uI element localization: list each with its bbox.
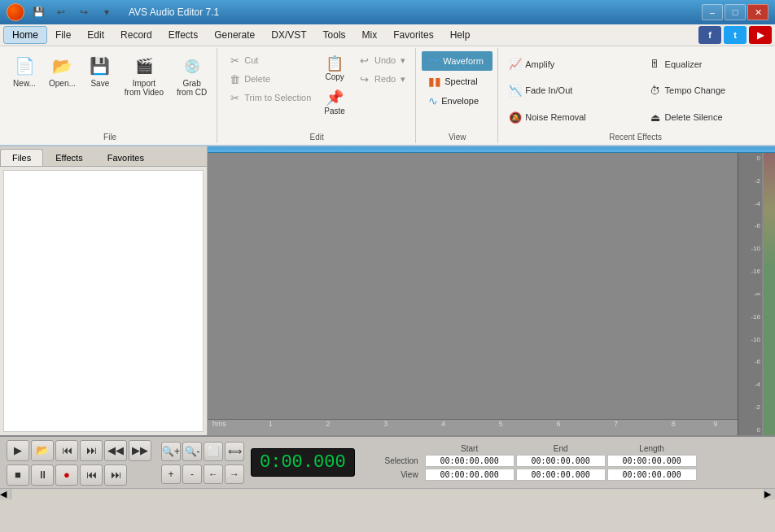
status-headers: Start End Length [374,444,697,453]
amplify-btn[interactable]: 📈 Amplify [504,51,627,77]
record-btn[interactable]: ● [55,464,78,486]
import-btn[interactable]: 🎬 Importfrom Video [120,51,169,100]
copy-btn[interactable]: 📋 Copy [319,51,350,85]
view-row: View 00:00:00.000 00:00:00.000 00:00:00.… [374,469,697,481]
selection-label: Selection [374,456,423,465]
envelope-btn[interactable]: ∿ Envelope [422,92,493,110]
scroll-right-btn[interactable]: → [225,464,244,484]
play-btn[interactable]: ▶ [7,440,29,461]
pause-btn[interactable]: ⏸ [31,464,54,486]
cut-icon: ✂ [228,54,241,67]
selection-row: Selection 00:00:00.000 00:00:00.000 00:0… [374,455,697,467]
bottom-scrollbar[interactable]: ◀ ▶ [0,488,775,499]
stop-btn[interactable]: ■ [7,464,29,486]
main-layout: Files Effects Favorites hms 1 2 3 4 [0,146,775,435]
menu-effects[interactable]: Effects [160,27,206,43]
ruler-1: 1 [269,420,273,428]
menu-file[interactable]: File [47,27,79,43]
zoom-sel-btn[interactable]: ⬜ [204,442,223,461]
minimize-btn[interactable]: – [702,4,723,20]
zoom-out-icon: 🔍- [185,446,200,457]
scroll-track[interactable] [11,489,764,499]
menu-edit[interactable]: Edit [79,27,112,43]
menu-help[interactable]: Help [442,27,479,43]
scroll-right-arrow[interactable]: ▶ [764,489,775,499]
quick-save-btn[interactable]: 💾 [29,3,47,21]
delete-btn[interactable]: 🗑 Delete [223,70,316,88]
menu-dxvst[interactable]: DX/VST [263,27,314,43]
redo-btn[interactable]: ↪ Redo ▾ [353,70,410,88]
go-start-btn[interactable]: ⏮ [80,464,103,486]
status-info: Start End Length Selection 00:00:00.000 … [374,444,697,481]
spectral-btn[interactable]: ▮▮ Spectral [422,72,493,90]
open-btn[interactable]: 📂 Open... [44,51,81,91]
menu-mix[interactable]: Mix [354,27,386,43]
skip-prev-btn[interactable]: ⏮ [55,440,78,461]
noise-removal-btn[interactable]: 🔕 Noise Removal [504,104,627,130]
trim-btn[interactable]: ✂ Trim to Selection [223,89,316,107]
facebook-btn[interactable]: f [698,26,721,44]
delete-silence-btn[interactable]: ⏏ Delete Silence [644,104,767,130]
zoom-group-bottom: + - ← → [161,464,244,484]
quick-undo-btn[interactable]: ↩ [52,3,70,21]
new-btn[interactable]: 📄 New... [8,51,41,91]
fade-in-out-btn[interactable]: 📉 Fade In/Out [504,78,627,104]
open-file-btn[interactable]: 📂 [31,440,54,461]
social-icons: f t ▶ [698,26,772,44]
grab-btn[interactable]: 💿 Grabfrom CD [172,51,212,100]
save-btn[interactable]: 💾 Save [84,51,116,91]
view-group-label: View [417,133,497,142]
ribbon-edit-group: ✂ Cut 🗑 Delete ✂ Trim to Selection 📋 Cop… [218,48,416,143]
tab-files[interactable]: Files [0,149,43,166]
quick-redo-btn[interactable]: ↪ [75,3,93,21]
edit-group-label: Edit [218,133,415,142]
ribbon-file-group: 📄 New... 📂 Open... 💾 Save 🎬 Importfrom V… [3,48,217,143]
skip-next-btn[interactable]: ⏭ [80,440,103,461]
edit-col2: 📋 Copy 📌 Paste [319,51,350,130]
transport-controls: ▶ 📂 ⏮ ⏭ ◀◀ ▶▶ ■ ⏸ [7,440,151,486]
record-icon: ● [63,469,70,481]
zoom-in-btn[interactable]: 🔍+ [161,442,181,461]
menu-tools[interactable]: Tools [315,27,354,43]
ruler-hms: hms [212,420,226,428]
youtube-btn[interactable]: ▶ [749,26,772,44]
waveform-area: hms 1 2 3 4 5 6 7 8 9 0 -2 [208,146,775,435]
waveform-btn[interactable]: 〜 Waveform [422,51,493,71]
scroll-left-btn[interactable]: ← [204,464,223,484]
level-meter [764,153,775,435]
maximize-btn[interactable]: □ [725,4,746,20]
tempo-change-btn[interactable]: ⏱ Tempo Change [644,78,767,104]
cut-btn[interactable]: ✂ Cut [223,51,316,69]
twitter-btn[interactable]: t [724,26,747,44]
menu-record[interactable]: Record [112,27,160,43]
undo-btn[interactable]: ↩ Undo ▾ [353,51,410,69]
title-bar-left: 💾 ↩ ↪ ▾ AVS Audio Editor 7.1 [7,3,219,21]
zoom-fit-btn[interactable]: ⟺ [225,442,244,461]
selection-bar [208,146,775,153]
scroll-left-arrow[interactable]: ◀ [0,489,11,499]
silence-icon: ⏏ [649,111,662,124]
panel-tabs: Files Effects Favorites [0,146,207,167]
tab-effects[interactable]: Effects [43,149,94,166]
close-btn[interactable]: ✕ [747,4,768,20]
ruler-9: 9 [713,420,717,428]
menu-generate[interactable]: Generate [206,27,263,43]
quick-more-btn[interactable]: ▾ [98,3,116,21]
window-title: AVS Audio Editor 7.1 [129,7,219,18]
envelope-icon: ∿ [428,94,438,107]
tab-favorites[interactable]: Favorites [95,149,156,166]
ruler-8: 8 [672,420,676,428]
forward-btn[interactable]: ▶▶ [129,440,151,461]
panel-content [3,170,204,432]
paste-btn[interactable]: 📌 Paste [319,85,350,119]
zoom-in2-btn[interactable]: + [161,464,181,484]
waveform-main[interactable]: hms 1 2 3 4 5 6 7 8 9 [208,153,738,435]
zoom-out-btn[interactable]: 🔍- [182,442,202,461]
menu-favorites[interactable]: Favorites [385,27,441,43]
zoom-out2-btn[interactable]: - [182,464,202,484]
scroll-right-icon: → [230,469,239,480]
go-end-btn[interactable]: ⏭ [104,464,127,486]
equalizer-btn[interactable]: 🎚 Equalizer [644,51,767,77]
menu-home[interactable]: Home [3,26,47,44]
rewind-btn[interactable]: ◀◀ [104,440,127,461]
